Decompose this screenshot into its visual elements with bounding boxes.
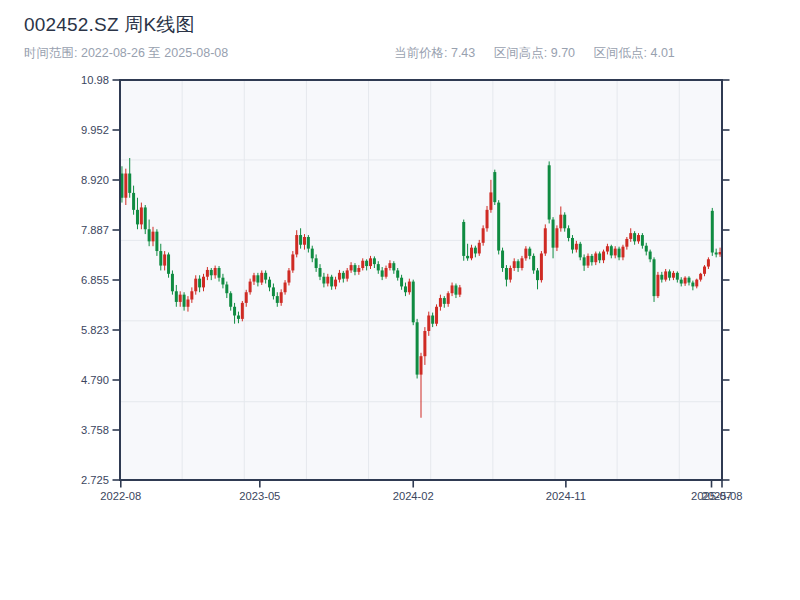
candle-body	[249, 282, 252, 293]
candle-body	[276, 296, 279, 303]
candle-body	[587, 256, 590, 266]
candle-body	[357, 268, 360, 272]
candle-body	[241, 303, 244, 319]
candle-body	[470, 248, 473, 259]
candle-body	[183, 295, 186, 307]
candle-body	[571, 238, 574, 250]
candle-body	[684, 278, 687, 284]
candle-body	[229, 293, 232, 307]
candle-body	[486, 210, 489, 228]
candle-body	[330, 277, 333, 287]
candle-body	[132, 193, 135, 210]
candle-body	[707, 259, 710, 266]
candle-body	[513, 261, 516, 268]
candle-body	[210, 270, 213, 275]
candle-body	[563, 215, 566, 229]
candle-body	[540, 253, 543, 280]
candle-body	[392, 263, 395, 270]
y-tick-label: 9.952	[81, 124, 109, 136]
candle-body	[237, 315, 240, 318]
y-tick-label: 10.98	[81, 74, 109, 86]
candle-body	[676, 273, 679, 280]
candle-body	[144, 207, 147, 229]
candle-body	[136, 210, 139, 225]
candle-body	[660, 275, 663, 280]
candle-body	[268, 280, 271, 288]
candle-body	[509, 268, 512, 280]
candle-body	[493, 172, 496, 202]
y-tick-label: 6.855	[81, 274, 109, 286]
candle-body	[555, 228, 558, 247]
candle-body	[520, 258, 523, 268]
candle-body	[645, 246, 648, 252]
candle-body	[311, 249, 314, 259]
candle-body	[287, 270, 290, 282]
candle-body	[303, 237, 306, 245]
candle-body	[653, 259, 656, 296]
candle-body	[680, 280, 683, 284]
candle-body	[264, 273, 267, 280]
candle-body	[443, 298, 446, 304]
candle-body	[260, 273, 263, 283]
candle-body	[233, 307, 236, 316]
candle-body	[625, 239, 628, 247]
candle-body	[155, 232, 158, 251]
candle-body	[128, 174, 131, 193]
kline-app: 002452.SZ 周K线图 时间范围: 2022-08-26 至 2025-0…	[0, 0, 800, 600]
candle-body	[190, 291, 193, 299]
candle-body	[552, 220, 555, 248]
candle-body	[583, 257, 586, 265]
candle-body	[416, 322, 419, 374]
candle-body	[474, 248, 477, 254]
candle-body	[439, 298, 442, 307]
candle-body	[695, 280, 698, 287]
candle-body	[672, 273, 675, 278]
candle-body	[350, 265, 353, 270]
candle-body	[388, 263, 391, 268]
candle-body	[346, 270, 349, 278]
candle-body	[326, 277, 329, 284]
y-tick-label: 8.920	[81, 174, 109, 186]
candle-body	[668, 271, 671, 277]
candle-body	[186, 300, 189, 307]
candle-body	[703, 267, 706, 274]
candle-body	[214, 268, 217, 275]
kline-chart: 10.989.9528.9207.8876.8555.8234.7903.758…	[0, 0, 800, 600]
candle-body	[377, 264, 380, 270]
candle-body	[489, 192, 492, 209]
y-tick-label: 3.758	[81, 424, 109, 436]
candle-body	[159, 251, 162, 266]
candle-body	[334, 280, 337, 287]
candle-body	[621, 247, 624, 258]
x-tick-label: 2024-11	[546, 490, 586, 502]
candle-body	[412, 282, 415, 323]
candle-body	[408, 282, 411, 293]
candle-body	[649, 252, 652, 260]
candle-body	[179, 295, 182, 302]
candle-body	[319, 268, 322, 277]
candle-body	[517, 261, 520, 268]
candle-body	[664, 271, 667, 279]
candle-body	[466, 256, 469, 258]
candle-body	[373, 258, 376, 264]
candle-body	[431, 315, 434, 323]
candle-body	[295, 235, 298, 254]
candle-body	[544, 228, 547, 253]
candle-body	[124, 174, 127, 198]
candle-body	[423, 331, 426, 356]
candle-body	[462, 222, 465, 256]
candle-body	[299, 235, 302, 245]
candle-body	[458, 287, 461, 294]
candle-body	[567, 228, 570, 238]
candle-body	[361, 261, 364, 268]
candle-body	[691, 283, 694, 287]
candle-body	[365, 261, 368, 266]
candle-body	[715, 253, 718, 255]
candle-body	[575, 244, 578, 250]
candle-body	[610, 246, 613, 255]
candle-body	[435, 307, 438, 324]
candle-body	[536, 270, 539, 280]
candle-body	[171, 274, 174, 291]
candle-body	[548, 165, 551, 219]
candle-body	[163, 254, 166, 265]
